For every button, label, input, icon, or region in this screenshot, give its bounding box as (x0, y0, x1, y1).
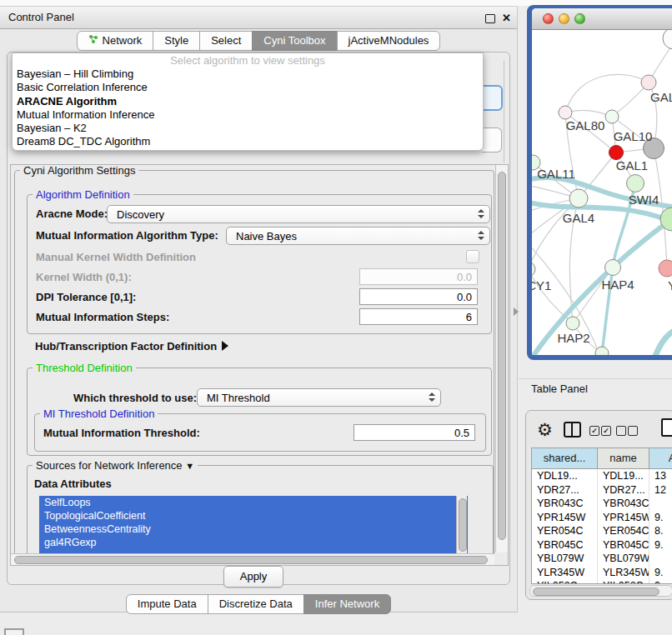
mi-steps-field[interactable]: 6 (359, 308, 478, 325)
deselect-all-checkbox-icon[interactable] (616, 426, 626, 436)
algorithm-option-mutual-information-inference[interactable]: Mutual Information Inference (13, 108, 483, 122)
kernel-width-field[interactable]: 0.0 (359, 268, 478, 285)
list-scrollbar[interactable] (456, 496, 467, 558)
node-gal80[interactable] (559, 106, 572, 119)
combo-spinner-icon[interactable] (478, 231, 484, 240)
table-cell: YIL052C (532, 579, 598, 584)
table-row[interactable]: YDL19...YDL19...13 (532, 469, 672, 483)
network-canvas[interactable]: GALGAL80GAL10GAL1GAL11SWI4GAL4GCY1HAP4YH… (532, 30, 672, 355)
algorithm-option-dream8-dc-tdc-algorithm[interactable]: Dream8 DC_TDC Algorithm (13, 135, 483, 148)
table-row[interactable]: YDR27...YDR27...12 (532, 483, 672, 498)
node-gal1[interactable] (627, 175, 644, 192)
attribute-item-gal4rgexp[interactable]: gal4RGexp (39, 536, 468, 549)
scrollbar-thumb[interactable] (498, 172, 506, 540)
tab-style[interactable]: Style (153, 31, 200, 51)
table-cell: YDR27... (598, 483, 649, 498)
attribute-item-topologicalcoefficient[interactable]: TopologicalCoefficient (39, 509, 468, 522)
manual-kernel-width-checkbox[interactable] (466, 250, 479, 263)
node-gcy1[interactable] (532, 262, 535, 277)
select-all-checkbox-icon[interactable]: ✓ (589, 426, 599, 436)
settings-horizontal-scrollbar[interactable] (11, 553, 494, 565)
control-panel-title: Control Panel (8, 7, 74, 28)
gear-icon[interactable]: ⚙ (537, 418, 553, 442)
tab-select[interactable]: Select (199, 31, 253, 51)
table-cell: YBL079W (532, 552, 598, 566)
tab-infer-network[interactable]: Infer Network (303, 594, 391, 614)
scrollbar-thumb[interactable] (533, 588, 659, 596)
mi-algorithm-type-combobox[interactable]: Naive Bayes (226, 227, 490, 245)
zoom-traffic-light-icon[interactable] (574, 13, 585, 24)
which-threshold-combobox[interactable]: MI Threshold (197, 388, 441, 407)
mi-threshold-field[interactable]: 0.5 (354, 424, 475, 441)
table-row[interactable]: YLR345WYLR345W9. (532, 566, 672, 580)
document-icon[interactable] (661, 418, 672, 437)
table-cell: YLR345W (532, 566, 598, 580)
data-attributes-list[interactable]: SelfLoopsTopologicalCoefficientBetweenne… (39, 496, 468, 558)
close-icon[interactable]: ✕ (502, 7, 511, 29)
scrollbar-thumb[interactable] (459, 498, 467, 552)
float-window-icon[interactable] (485, 14, 495, 23)
aracne-mode-combobox[interactable]: Discovery (107, 205, 490, 223)
mi-algorithm-type-label: Mutual Information Algorithm Type: (36, 229, 218, 242)
tab-label: Cyni Toolbox (263, 34, 325, 47)
sources-toggle[interactable]: Sources for Network Inference ▼ (33, 459, 198, 472)
table-row[interactable]: YBR043CYBR043C (532, 497, 672, 511)
table-cell: YBR043C (598, 497, 649, 511)
algorithm-option-basic-correlation-inference[interactable]: Basic Correlation Inference (13, 81, 483, 94)
columns-icon[interactable] (564, 422, 581, 438)
node-salmon[interactable] (659, 260, 672, 277)
network-window-inner: GALGAL80GAL10GAL1GAL11SWI4GAL4GCY1HAP4YH… (532, 8, 672, 355)
table-horizontal-scrollbar[interactable] (529, 585, 672, 597)
dpi-tolerance-field[interactable]: 0.0 (359, 288, 478, 305)
scrollbar-thumb[interactable] (14, 556, 488, 564)
column-header-a[interactable]: A (649, 448, 672, 469)
table-body: YDL19...YDL19...13YDR27...YDR27...12YBR0… (532, 469, 672, 584)
dpi-tolerance-label: DPI Tolerance [0,1]: (36, 291, 136, 303)
combo-spinner-icon[interactable] (478, 209, 484, 218)
algorithm-option-aracne-algorithm[interactable]: ARACNE Algorithm (13, 95, 483, 108)
tab-cyni-toolbox[interactable]: Cyni Toolbox (252, 31, 337, 51)
node-label-gal80: GAL80 (566, 118, 605, 132)
combo-spinner-icon[interactable] (429, 392, 435, 402)
table-row[interactable]: YER054CYER054C8. (532, 524, 672, 538)
select-all-checkbox-icon[interactable]: ✓ (601, 426, 611, 436)
node-red[interactable] (609, 146, 624, 160)
column-header-shared[interactable]: shared... (532, 448, 598, 469)
tab-jactivemnodules[interactable]: jActiveMNodules (337, 31, 441, 51)
deselect-all-checkbox-icon[interactable] (628, 426, 638, 436)
node-hap2[interactable] (566, 317, 579, 330)
tab-label: Network (103, 34, 143, 47)
close-traffic-light-icon[interactable] (543, 13, 554, 24)
apply-button[interactable]: Apply (223, 566, 283, 588)
bottom-tabbar: Impute DataDiscretize DataInfer Network (0, 594, 517, 614)
settings-scroll-area: Cyni Algorithm Settings Algorithm Defini… (10, 164, 509, 566)
node-hap4[interactable] (605, 260, 621, 276)
settings-vertical-scrollbar[interactable] (495, 165, 508, 552)
collapsed-panel-icon[interactable] (4, 628, 24, 635)
attribute-item-selfloops[interactable]: SelfLoops (39, 496, 468, 509)
table-row[interactable]: YBL079WYBL079W (532, 552, 672, 566)
tab-label: Impute Data (138, 598, 197, 610)
tab-impute-data[interactable]: Impute Data (126, 594, 208, 614)
node-top-edge[interactable] (663, 30, 672, 49)
hub-definition-toggle[interactable]: Hub/Transcription Factor Definition (35, 340, 228, 352)
node-gal4[interactable] (569, 189, 588, 208)
table-row[interactable]: YPR145WYPR145W9. (532, 511, 672, 525)
node-gal10[interactable] (605, 110, 619, 123)
tab-network[interactable]: Network (77, 31, 154, 51)
table-row[interactable]: YBR045CYBR045C9. (532, 538, 672, 552)
network-window-titlebar[interactable] (532, 8, 672, 30)
mi-threshold-definition-group: MI Threshold Definition Mutual Informati… (34, 413, 486, 452)
collapse-triangle-icon: ▼ (185, 461, 194, 471)
table-cell: YLR345W (598, 566, 649, 580)
column-header-name[interactable]: name (598, 448, 649, 469)
algorithm-option-bayesian-k2[interactable]: Bayesian – K2 (13, 122, 483, 135)
minimize-traffic-light-icon[interactable] (559, 13, 569, 24)
splitter-arrow-icon[interactable] (514, 308, 519, 316)
cyni-algorithm-settings-group: Cyni Algorithm Settings Algorithm Defini… (14, 170, 494, 557)
tab-discretize-data[interactable]: Discretize Data (208, 594, 304, 614)
algorithm-option-bayesian-hill-climbing[interactable]: Bayesian – Hill Climbing (13, 68, 483, 81)
node-gal-pink[interactable] (641, 75, 656, 90)
attribute-item-betweennesscentrality[interactable]: BetweennessCentrality (39, 522, 468, 536)
table-row[interactable]: YIL052CYIL052C9. (532, 579, 672, 584)
